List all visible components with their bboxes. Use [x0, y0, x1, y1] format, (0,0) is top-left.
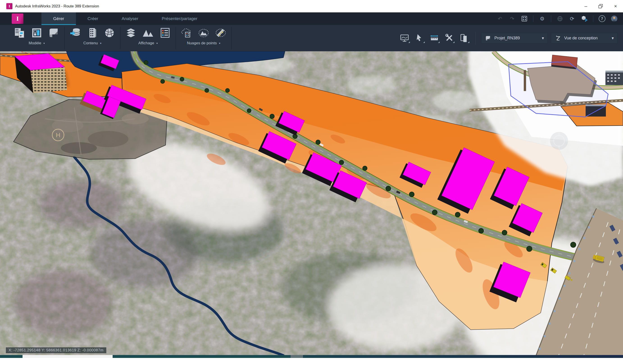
group-affichage: Affichage▾ — [120, 25, 176, 51]
utilities-tool[interactable] — [444, 33, 455, 44]
feature-list-icon[interactable] — [159, 27, 171, 40]
panels-grid-icon[interactable] — [521, 15, 528, 22]
layers-icon[interactable] — [125, 27, 137, 40]
window-title: Autodesk InfraWorks 2023 - Route 389 Ext… — [15, 4, 99, 9]
model-builder-globe-icon[interactable] — [103, 27, 115, 40]
proposal-dropdown[interactable]: Projet_RN389 ▼ — [481, 33, 548, 44]
model-properties-icon[interactable] — [14, 27, 26, 40]
sync-icon[interactable]: ⟳ — [569, 15, 576, 22]
strip-segment — [113, 355, 290, 358]
separator — [533, 15, 533, 22]
coordinate-readout: X: -72851.295148 Y: 5866361.013619 Z: -0… — [6, 347, 106, 353]
navigation-gizmo[interactable] — [550, 132, 568, 150]
select-tool[interactable] — [414, 33, 425, 44]
ribbon-tool-row: Modèle▾ Contenu▾ — [0, 25, 623, 51]
web-globe-icon[interactable] — [556, 15, 563, 22]
bottom-progress-strip — [0, 355, 623, 358]
scene: H — [0, 51, 623, 355]
pointcloud-panel-icon[interactable] — [180, 27, 193, 40]
view-dropdown[interactable]: Vue de conception ▼ — [551, 33, 618, 44]
restore-button[interactable] — [593, 0, 608, 12]
restore-icon — [598, 3, 604, 9]
dropdown-arrow-icon: ▼ — [542, 37, 544, 40]
terrain-mountains-icon[interactable] — [142, 27, 154, 40]
group-label-modele[interactable]: Modèle — [29, 41, 41, 45]
separator — [593, 15, 593, 22]
group-nuages-de-points: Nuages de points▾ — [176, 25, 231, 51]
infraworks-app-icon: I — [6, 3, 12, 9]
chevron-down-icon[interactable]: ▾ — [100, 42, 101, 45]
share-model-icon[interactable] — [581, 15, 588, 22]
dropdown-arrow-icon: ▼ — [612, 37, 614, 40]
minimize-button[interactable]: – — [578, 0, 593, 12]
pointcloud-terrain-icon[interactable] — [198, 27, 210, 40]
pointcloud-road-icon[interactable] — [215, 27, 227, 40]
apartment-building-far-right[interactable] — [605, 71, 623, 85]
ribbon-tab-row: I Gérer Créer Analyser Présenter/partage… — [0, 12, 623, 25]
tab-presenter-partager[interactable]: Présenter/partager — [150, 12, 209, 25]
strip-segment — [290, 355, 303, 358]
ribbon: I Gérer Créer Analyser Présenter/partage… — [0, 12, 623, 51]
view-value: Vue de conception — [564, 36, 609, 40]
svg-text:H: H — [56, 132, 60, 139]
separator — [475, 32, 476, 44]
facility-icon[interactable] — [86, 27, 98, 40]
strip-segment — [0, 355, 22, 358]
group-contenu: Contenu▾ — [65, 25, 120, 51]
strip-segment — [22, 355, 113, 358]
group-separator — [231, 27, 232, 49]
chevron-down-icon[interactable]: ▾ — [156, 42, 158, 45]
undo-icon[interactable]: ↶ — [497, 15, 503, 22]
group-label-nuages[interactable]: Nuages de points — [187, 41, 217, 45]
group-modele: Modèle▾ — [9, 25, 65, 51]
surface-opacity-icon[interactable] — [31, 27, 43, 40]
separator — [551, 15, 551, 22]
group-label-affichage[interactable]: Affichage — [138, 41, 154, 45]
tab-creer[interactable]: Créer — [76, 12, 110, 25]
measure-tool[interactable] — [429, 33, 440, 44]
proposal-value: Projet_RN389 — [494, 36, 539, 40]
tab-gerer[interactable]: Gérer — [42, 12, 76, 25]
panels-book-tool[interactable] — [458, 33, 470, 44]
chevron-down-icon[interactable]: ▾ — [219, 42, 220, 45]
application-menu-button[interactable]: I — [12, 14, 23, 24]
close-button[interactable]: × — [608, 0, 623, 12]
design-view-icon — [555, 35, 561, 41]
proposal-icon — [485, 35, 491, 41]
datasource-import-icon[interactable] — [69, 27, 81, 40]
settings-gear-icon[interactable]: ⚙ — [539, 15, 546, 22]
3d-model-canvas[interactable]: H — [0, 51, 623, 355]
tab-analyser[interactable]: Analyser — [110, 12, 150, 25]
user-avatar[interactable] — [611, 15, 618, 22]
help-icon[interactable]: ? — [599, 15, 605, 22]
proposal-icon[interactable] — [48, 27, 60, 40]
chevron-down-icon[interactable]: ▾ — [44, 42, 45, 45]
window-titlebar: I Autodesk InfraWorks 2023 - Route 389 E… — [0, 0, 623, 12]
strip-segment — [303, 355, 623, 358]
redo-icon[interactable]: ↷ — [509, 15, 515, 22]
display-settings-tool[interactable] — [399, 33, 411, 44]
group-label-contenu[interactable]: Contenu — [83, 41, 98, 45]
